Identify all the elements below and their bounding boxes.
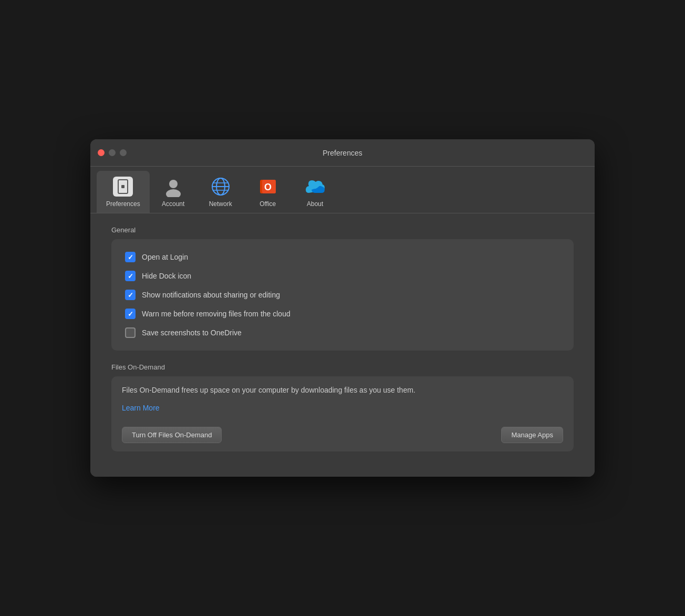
open-at-login-checkbox[interactable] [125,252,136,262]
warn-before-removing-label: Warn me before removing files from the c… [142,310,290,318]
hide-dock-icon-label: Hide Dock icon [142,272,191,280]
toolbar: Preferences Account [90,167,595,213]
open-at-login-row: Open at Login [122,248,563,266]
tab-preferences-label: Preferences [106,200,140,208]
svg-point-1 [166,189,181,197]
files-on-demand-section-label: Files On-Demand [111,363,574,371]
about-icon [304,175,327,198]
tab-preferences[interactable]: Preferences [97,171,150,213]
files-on-demand-buttons: Turn Off Files On-Demand Manage Apps [122,427,563,443]
show-notifications-checkbox[interactable] [125,290,136,300]
traffic-lights [98,149,127,156]
files-on-demand-section-box: Files On-Demand frees up space on your c… [111,376,574,451]
turn-off-files-on-demand-button[interactable]: Turn Off Files On-Demand [122,427,222,443]
maximize-button[interactable] [120,149,127,156]
svg-text:O: O [264,182,272,192]
title-bar: Preferences [90,139,595,167]
svg-point-0 [169,180,178,188]
preferences-icon [111,175,134,198]
learn-more-link[interactable]: Learn More [122,404,160,412]
account-icon [162,175,185,198]
tab-network-label: Network [209,200,232,208]
tab-about-label: About [307,200,323,208]
tab-about[interactable]: About [292,171,339,213]
files-on-demand-description: Files On-Demand frees up space on your c… [122,385,563,396]
office-icon: O [256,175,279,198]
general-section-label: General [111,226,574,234]
warn-before-removing-row: Warn me before removing files from the c… [122,304,563,323]
tab-office[interactable]: O Office [244,171,292,213]
show-notifications-row: Show notifications about sharing or edit… [122,285,563,304]
show-notifications-label: Show notifications about sharing or edit… [142,291,280,299]
window-title: Preferences [323,149,362,157]
open-at-login-label: Open at Login [142,253,188,261]
content-area: General Open at Login Hide Dock icon Sho… [90,213,595,477]
tab-account[interactable]: Account [150,171,197,213]
save-screenshots-checkbox[interactable] [125,327,136,338]
preferences-window: Preferences Preferences Account [90,139,595,477]
tab-account-label: Account [162,200,184,208]
close-button[interactable] [98,149,105,156]
tab-office-label: Office [260,200,276,208]
save-screenshots-row: Save screenshots to OneDrive [122,323,563,342]
tab-network[interactable]: Network [197,171,244,213]
manage-apps-button[interactable]: Manage Apps [501,427,563,443]
hide-dock-icon-checkbox[interactable] [125,271,136,281]
minimize-button[interactable] [109,149,116,156]
save-screenshots-label: Save screenshots to OneDrive [142,328,242,337]
hide-dock-icon-row: Hide Dock icon [122,266,563,285]
network-icon [209,175,232,198]
general-section-box: Open at Login Hide Dock icon Show notifi… [111,239,574,351]
warn-before-removing-checkbox[interactable] [125,309,136,319]
